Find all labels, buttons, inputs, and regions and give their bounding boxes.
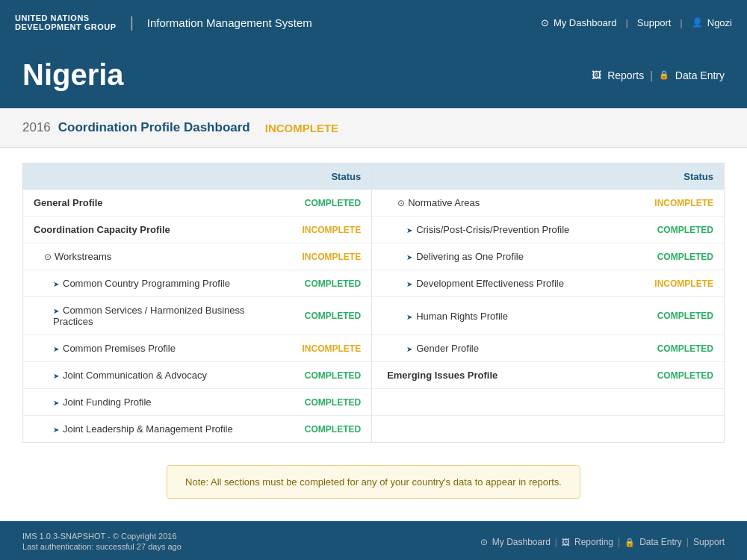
- left-status-header: Status: [291, 164, 371, 190]
- left-status-val: COMPLETED: [291, 297, 371, 335]
- support-link[interactable]: Support: [637, 17, 672, 28]
- right-status-val: INCOMPLETE: [644, 190, 724, 217]
- left-item-label: ➤Common Premises Profile: [23, 335, 292, 362]
- footer-sep2: |: [618, 537, 620, 547]
- reports-link[interactable]: Reports: [607, 69, 644, 81]
- table-row: ⊙WorkstreamsINCOMPLETE➤Delivering as One…: [23, 243, 725, 270]
- left-status-val: COMPLETED: [291, 416, 371, 443]
- left-status-val: COMPLETED: [291, 270, 371, 297]
- left-item-label: ➤Joint Funding Profile: [23, 389, 292, 416]
- right-item-label: ➤Crisis/Post-Crisis/Prevention Profile: [372, 217, 645, 243]
- footer-data-entry-link[interactable]: Data Entry: [639, 537, 682, 547]
- org-line2: DEVELOPMENT GROUP: [15, 22, 117, 31]
- right-status-header: Status: [644, 164, 724, 190]
- right-status-val: COMPLETED: [644, 362, 724, 389]
- sep1: |: [625, 17, 627, 28]
- table-row: ➤Joint Communication & AdvocacyCOMPLETED…: [23, 362, 725, 389]
- table-row: Coordination Capacity ProfileINCOMPLETE➤…: [23, 217, 725, 243]
- footer-sep1: |: [555, 537, 557, 547]
- top-nav-left: UNITED NATIONS DEVELOPMENT GROUP | Infor…: [15, 13, 312, 31]
- top-nav: UNITED NATIONS DEVELOPMENT GROUP | Infor…: [0, 0, 747, 45]
- un-logo: UNITED NATIONS DEVELOPMENT GROUP: [15, 13, 117, 31]
- left-status-val: COMPLETED: [291, 389, 371, 416]
- footer-lock-icon: 🔒: [624, 538, 635, 547]
- right-item-label: ⊙Normative Areas: [372, 190, 645, 217]
- my-dashboard-link[interactable]: My Dashboard: [554, 17, 617, 28]
- right-status-val: [644, 389, 724, 416]
- note-box-wrap: Note: All sections must be completed for…: [0, 450, 747, 521]
- left-status-val: INCOMPLETE: [291, 335, 371, 362]
- left-item-label: Coordination Capacity Profile: [23, 217, 292, 243]
- right-status-val: INCOMPLETE: [644, 270, 724, 297]
- reports-img-icon: 🖼: [592, 69, 601, 81]
- table-section: Status Status General ProfileCOMPLETED⊙N…: [0, 148, 747, 450]
- note-box: Note: All sections must be completed for…: [167, 465, 580, 499]
- table-header-row: Status Status: [23, 164, 725, 190]
- right-item-label: ➤Gender Profile: [372, 335, 645, 362]
- user-link[interactable]: Ngozi: [707, 17, 732, 28]
- right-status-val: COMPLETED: [644, 217, 724, 243]
- footer-clock-icon: ⊙: [480, 537, 488, 547]
- right-status-val: COMPLETED: [644, 243, 724, 270]
- org-line1: UNITED NATIONS: [15, 13, 117, 22]
- footer-sep3: |: [686, 537, 689, 547]
- right-status-val: COMPLETED: [644, 335, 724, 362]
- dashboard-title-bar: 2016 Coordination Profile Dashboard INCO…: [0, 108, 747, 148]
- left-item-label: ⊙Workstreams: [23, 243, 292, 270]
- dashboard-year: 2016: [22, 120, 51, 135]
- country-title: Nigeria: [22, 58, 124, 92]
- nav-sep: |: [650, 69, 653, 81]
- footer-reporting-link[interactable]: Reporting: [574, 537, 613, 547]
- right-item-label: [372, 416, 645, 443]
- main-content: 2016 Coordination Profile Dashboard INCO…: [0, 108, 747, 521]
- footer-dashboard-link[interactable]: My Dashboard: [492, 537, 551, 547]
- table-row: General ProfileCOMPLETED⊙Normative Areas…: [23, 190, 725, 217]
- top-nav-right: ⊙ My Dashboard | Support | 👤 Ngozi: [541, 17, 732, 28]
- left-status-val: COMPLETED: [291, 362, 371, 389]
- country-nav: 🖼 Reports | 🔒 Data Entry: [592, 69, 725, 81]
- footer-left: IMS 1.0.3-SNAPSHOT - © Copyright 2016 La…: [22, 532, 182, 553]
- clock-icon: ⊙: [541, 17, 549, 28]
- table-row: ➤Common Country Programming ProfileCOMPL…: [23, 270, 725, 297]
- left-item-label: ➤Joint Communication & Advocacy: [23, 362, 292, 389]
- right-item-label: [372, 389, 645, 416]
- note-text: Note: All sections must be completed for…: [185, 476, 562, 488]
- left-item-label: ➤Joint Leadership & Management Profile: [23, 416, 292, 443]
- sep2: |: [680, 17, 682, 28]
- dashboard-status: INCOMPLETE: [265, 122, 338, 134]
- left-status-val: INCOMPLETE: [291, 217, 371, 243]
- right-status-val: [644, 416, 724, 443]
- right-status-val: COMPLETED: [644, 297, 724, 335]
- footer-right: ⊙ My Dashboard | 🖼 Reporting | 🔒 Data En…: [480, 537, 725, 547]
- right-item-label: ➤Delivering as One Profile: [372, 243, 645, 270]
- footer-version: IMS 1.0.3-SNAPSHOT - © Copyright 2016: [22, 532, 182, 541]
- footer: IMS 1.0.3-SNAPSHOT - © Copyright 2016 La…: [0, 521, 747, 560]
- table-row: ➤Common Services / Harmonized Business P…: [23, 297, 725, 335]
- dashboard-name: Coordination Profile Dashboard: [58, 120, 250, 135]
- user-icon: 👤: [692, 17, 703, 28]
- right-item-label: ➤Development Effectiveness Profile: [372, 270, 645, 297]
- right-item-label: Emerging Issues Profile: [372, 362, 645, 389]
- nav-divider: |: [130, 14, 134, 31]
- left-status-val: INCOMPLETE: [291, 243, 371, 270]
- right-item-label: ➤Human Rights Profile: [372, 297, 645, 335]
- country-header: Nigeria 🖼 Reports | 🔒 Data Entry: [0, 45, 747, 108]
- footer-support-link[interactable]: Support: [693, 537, 725, 547]
- table-row: ➤Common Premises ProfileINCOMPLETE➤Gende…: [23, 335, 725, 362]
- table-row: ➤Joint Funding ProfileCOMPLETED: [23, 389, 725, 416]
- left-col-header: [23, 164, 292, 190]
- right-col-header: [372, 164, 645, 190]
- footer-reporting-img-icon: 🖼: [562, 538, 570, 547]
- status-table: Status Status General ProfileCOMPLETED⊙N…: [22, 163, 725, 443]
- left-item-label: ➤Common Services / Harmonized Business P…: [23, 297, 292, 335]
- data-entry-lock-icon: 🔒: [659, 70, 669, 80]
- left-item-label: ➤Common Country Programming Profile: [23, 270, 292, 297]
- system-title: Information Management System: [147, 16, 312, 29]
- left-item-label: General Profile: [23, 190, 292, 217]
- data-entry-link[interactable]: Data Entry: [675, 69, 725, 81]
- footer-last-auth: Last authentication: successful 27 days …: [22, 542, 182, 551]
- table-row: ➤Joint Leadership & Management ProfileCO…: [23, 416, 725, 443]
- left-status-val: COMPLETED: [291, 190, 371, 217]
